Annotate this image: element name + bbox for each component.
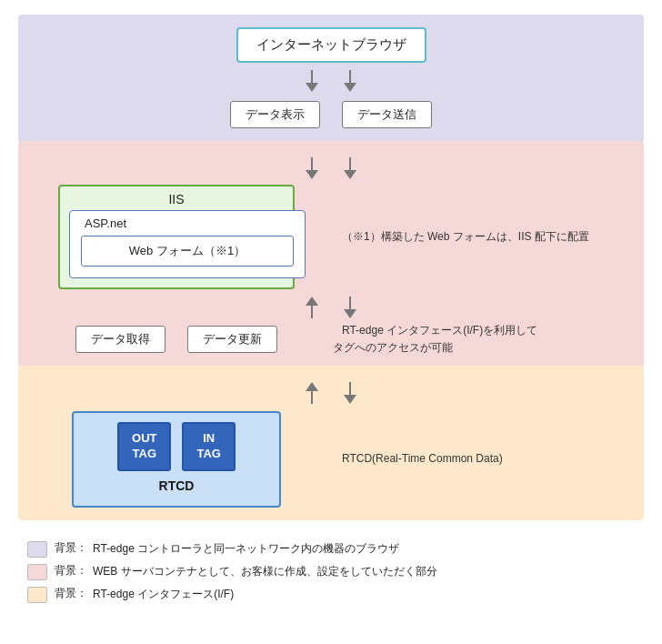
- rtcd-center: OUT TAG IN TAG RTCD: [31, 411, 322, 508]
- browser-arrows: [306, 70, 356, 92]
- webform-label: Web フォーム（※1）: [129, 244, 246, 257]
- legend-text-1: WEB サーバコンテナとして、お客様に作成、設定をしていただく部分: [93, 563, 437, 579]
- legend-row-0: 背景： RT-edge コントローラと同一ネットワーク内の機器のブラウザ: [27, 540, 635, 558]
- iis-box: IIS ASP.net Web フォーム（※1）: [58, 185, 295, 289]
- tag-boxes-row: OUT TAG IN TAG: [86, 422, 266, 471]
- legend-key-1: 背景：: [55, 563, 89, 579]
- out-tag-box: OUT TAG: [117, 422, 171, 471]
- legend-row-1: 背景： WEB サーバコンテナとして、お客様に作成、設定をしていただく部分: [27, 563, 635, 580]
- aspnet-label: ASP.net: [81, 216, 294, 230]
- rtcd-note: RTCD(Real-Time Common Data): [322, 450, 631, 468]
- rtcd-row: OUT TAG IN TAG RTCD RTCD(Real-Time Commo…: [31, 411, 631, 508]
- webform-note: （※1）構築した Web フォームは、IIS 配下に配置: [342, 230, 589, 243]
- arrow-pair-right: [344, 70, 356, 92]
- rt-edge-note-text: RT-edge インタフェース(I/F)を利用して タグへのアクセスが可能: [333, 324, 537, 354]
- legend-key-0: 背景：: [55, 540, 89, 556]
- iis-aspnet-center: IIS ASP.net Web フォーム（※1）: [31, 185, 322, 289]
- iis-aspnet-row: IIS ASP.net Web フォーム（※1） （※1）構築した Web フォ…: [31, 185, 631, 289]
- data-get-box: データ取得: [75, 326, 166, 353]
- iis-note: （※1）構築した Web フォームは、IIS 配下に配置: [322, 228, 631, 246]
- legend-text-2: RT-edge インタフェース(I/F): [93, 586, 234, 602]
- rtcd-box: OUT TAG IN TAG RTCD: [72, 411, 281, 508]
- data-get-update-row: データ取得 データ更新 RT-edge インタフェース(I/F)を利用して タグ…: [31, 320, 631, 358]
- legend-row-2: 背景： RT-edge インタフェース(I/F): [27, 586, 635, 603]
- legend-color-2: [27, 587, 47, 603]
- legend-key-2: 背景：: [55, 586, 89, 601]
- legend-color-1: [27, 564, 47, 580]
- webform-box: Web フォーム（※1）: [81, 236, 294, 267]
- bg-orange-zone: OUT TAG IN TAG RTCD RTCD(Real-Time Commo…: [18, 366, 644, 520]
- rtcd-full-label: RTCD(Real-Time Common Data): [342, 452, 503, 465]
- legend-color-0: [27, 541, 47, 558]
- data-get-update-center: データ取得 データ更新: [31, 320, 322, 358]
- data-send-box: データ送信: [342, 101, 432, 128]
- arrow-pair-left: [306, 70, 318, 92]
- arrow-pair-iis-left: [306, 157, 318, 179]
- bg-purple-zone: インターネットブラウザ データ表示 データ送信: [18, 15, 644, 143]
- data-display-box: データ表示: [230, 101, 320, 128]
- bg-pink-zone: IIS ASP.net Web フォーム（※1） （※1）構築した Web フォ…: [18, 141, 644, 367]
- data-update-box: データ更新: [187, 326, 277, 353]
- browser-section: インターネットブラウザ データ表示 データ送信: [31, 27, 631, 134]
- legend-text-0: RT-edge コントローラと同一ネットワーク内の機器のブラウザ: [93, 540, 399, 557]
- legend-area: 背景： RT-edge コントローラと同一ネットワーク内の機器のブラウザ 背景：…: [18, 540, 644, 603]
- to-rtcd-arrows: [31, 382, 631, 404]
- arrow-pair-get: [306, 297, 318, 318]
- arrow-pair-rtcd-left: [306, 382, 318, 404]
- main-container: インターネットブラウザ データ表示 データ送信: [0, 0, 662, 623]
- aspnet-box: ASP.net Web フォーム（※1）: [69, 210, 306, 278]
- get-update-boxes: データ取得 データ更新: [75, 326, 277, 353]
- inet-browser-box: インターネットブラウザ: [236, 27, 426, 63]
- to-iis-arrows: [31, 157, 631, 179]
- iis-label: IIS: [69, 192, 284, 206]
- rtcd-label: RTCD: [86, 478, 266, 493]
- arrow-pair-iis-right: [344, 157, 356, 179]
- inet-browser-label: インターネットブラウザ: [256, 36, 406, 52]
- from-aspnet-arrows: [31, 297, 631, 318]
- data-boxes-row: データ表示 データ送信: [230, 101, 432, 128]
- in-tag-box: IN TAG: [182, 422, 235, 471]
- arrow-pair-rtcd-right: [344, 382, 356, 404]
- rt-edge-note: RT-edge インタフェース(I/F)を利用して タグへのアクセスが可能: [322, 322, 631, 357]
- arrow-pair-update: [344, 297, 356, 318]
